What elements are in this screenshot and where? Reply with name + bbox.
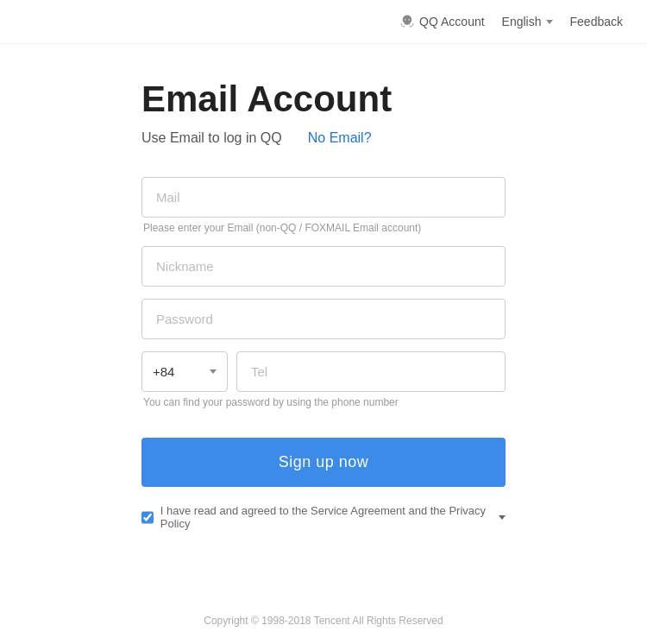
mail-input[interactable] bbox=[141, 177, 506, 218]
tel-input[interactable] bbox=[236, 351, 506, 392]
subtitle-row: Use Email to log in QQ No Email? bbox=[141, 130, 506, 146]
language-selector[interactable]: English bbox=[502, 15, 553, 28]
top-nav: QQ Account English Feedback bbox=[0, 0, 647, 44]
signup-button[interactable]: Sign up now bbox=[141, 438, 506, 487]
mail-hint: Please enter your Email (non-QQ / FOXMAI… bbox=[141, 222, 506, 234]
feedback-link[interactable]: Feedback bbox=[570, 15, 623, 28]
tel-hint: You can find your password by using the … bbox=[141, 396, 506, 408]
country-code-select[interactable]: +84 +1 +44 +86 bbox=[153, 364, 208, 379]
qq-account-nav[interactable]: QQ Account bbox=[399, 14, 484, 29]
page-title: Email Account bbox=[141, 79, 506, 120]
country-code-wrapper[interactable]: +84 +1 +44 +86 bbox=[141, 351, 228, 392]
mail-group: Please enter your Email (non-QQ / FOXMAI… bbox=[141, 177, 506, 234]
nickname-group bbox=[141, 246, 506, 287]
select-chevron-icon bbox=[210, 369, 217, 374]
feedback-label: Feedback bbox=[570, 15, 623, 28]
qq-icon bbox=[399, 14, 415, 29]
no-email-link[interactable]: No Email? bbox=[308, 130, 372, 146]
svg-point-0 bbox=[405, 19, 406, 21]
phone-row: +84 +1 +44 +86 bbox=[141, 351, 506, 392]
svg-point-1 bbox=[409, 19, 411, 21]
copyright-text: Copyright © 1998-2018 Tencent All Rights… bbox=[204, 615, 443, 627]
nickname-input[interactable] bbox=[141, 246, 506, 287]
footer: Copyright © 1998-2018 Tencent All Rights… bbox=[0, 615, 647, 627]
subtitle-text: Use Email to log in QQ bbox=[141, 130, 282, 146]
agreement-row: I have read and agreed to the Service Ag… bbox=[141, 504, 506, 530]
password-input[interactable] bbox=[141, 299, 506, 339]
phone-group: +84 +1 +44 +86 You can find your passwor… bbox=[141, 351, 506, 408]
agreement-checkbox[interactable] bbox=[141, 511, 154, 524]
english-label: English bbox=[502, 15, 542, 28]
agreement-chevron-icon bbox=[499, 515, 506, 520]
password-group bbox=[141, 299, 506, 339]
agreement-text[interactable]: I have read and agreed to the Service Ag… bbox=[160, 504, 490, 530]
chevron-down-icon bbox=[546, 20, 553, 24]
main-content: Email Account Use Email to log in QQ No … bbox=[0, 44, 647, 573]
qq-account-label: QQ Account bbox=[419, 15, 484, 28]
